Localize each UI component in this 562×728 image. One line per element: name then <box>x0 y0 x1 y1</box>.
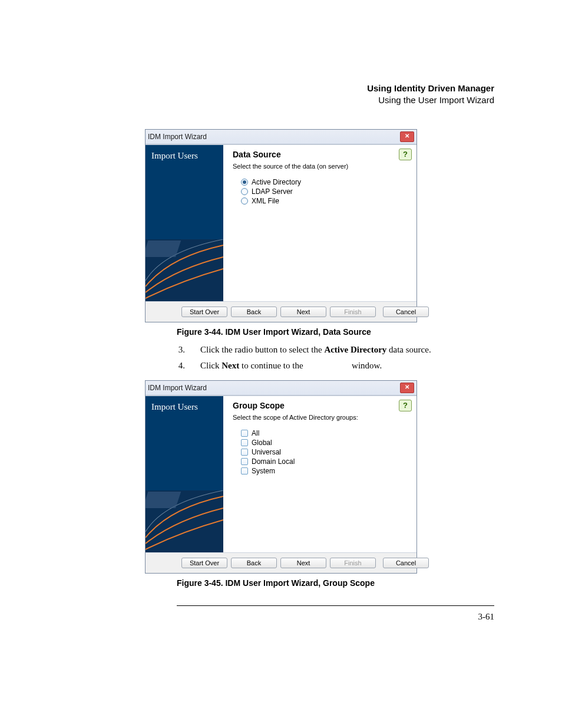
checkbox-label: System <box>252 467 275 475</box>
window-title: IDM Import Wizard <box>148 133 207 141</box>
step-4: 4. Click Next to continue to the window. <box>177 361 494 371</box>
wizard-button-bar: Start Over Back Next Finish Cancel <box>146 302 416 322</box>
wizard-sidebar: Import Users <box>146 396 223 552</box>
checkbox-label: Global <box>252 439 272 447</box>
content-title: Group Scope <box>233 401 411 410</box>
step-text: window. <box>349 361 382 370</box>
wizard-sidebar: Import Users <box>146 145 223 301</box>
close-icon[interactable]: ✕ <box>400 131 414 142</box>
svg-rect-1 <box>146 241 181 257</box>
step-number: 3. <box>177 345 185 355</box>
sidebar-decorative-image <box>146 490 223 552</box>
step-text-bold: Active Directory <box>324 345 386 354</box>
cancel-button[interactable]: Cancel <box>383 307 429 317</box>
instruction-steps: 3. Click the radio button to select the … <box>68 345 494 371</box>
radio-icon <box>241 188 248 195</box>
content-subtitle: Select the source of the data (on server… <box>233 163 411 170</box>
checkbox-icon <box>241 458 248 465</box>
wizard-data-source: IDM Import Wizard ✕ Import Users <box>145 129 417 322</box>
checkbox-label: All <box>252 429 259 437</box>
checkbox-domain-local[interactable]: Domain Local <box>241 457 411 466</box>
window-titlebar: IDM Import Wizard ✕ <box>146 130 416 144</box>
radio-ldap-server[interactable]: LDAP Server <box>241 187 411 196</box>
radio-label: LDAP Server <box>252 187 293 196</box>
content-title: Data Source <box>233 150 411 159</box>
page-header: Using Identity Driven Manager Using the … <box>68 83 494 106</box>
header-title: Using Identity Driven Manager <box>68 83 494 94</box>
svg-rect-3 <box>146 492 181 508</box>
radio-icon <box>241 179 248 186</box>
step-text: Click the radio button to select the <box>200 345 324 354</box>
wizard-group-scope: IDM Import Wizard ✕ Import Users <box>145 380 417 574</box>
back-button[interactable]: Back <box>231 558 277 568</box>
finish-button: Finish <box>330 558 376 568</box>
window-titlebar: IDM Import Wizard ✕ <box>146 381 416 396</box>
step-text: to continue to the <box>239 361 305 370</box>
step-text: data source. <box>386 345 431 354</box>
close-icon[interactable]: ✕ <box>400 383 414 393</box>
checkbox-system[interactable]: System <box>241 467 411 475</box>
footer-divider <box>177 605 494 606</box>
checkbox-icon <box>241 449 248 456</box>
checkbox-universal[interactable]: Universal <box>241 448 411 456</box>
checkbox-all[interactable]: All <box>241 429 411 437</box>
window-title: IDM Import Wizard <box>148 384 207 392</box>
radio-xml-file[interactable]: XML File <box>241 197 411 205</box>
step-text: Click <box>200 361 222 370</box>
checkbox-label: Universal <box>252 448 281 456</box>
content-subtitle: Select the scope of Active Directory gro… <box>233 414 411 421</box>
header-subtitle: Using the User Import Wizard <box>68 94 494 106</box>
figure-caption-2: Figure 3-45. IDM User Import Wizard, Gro… <box>68 578 494 588</box>
radio-active-directory[interactable]: Active Directory <box>241 178 411 186</box>
checkbox-global[interactable]: Global <box>241 439 411 447</box>
next-button[interactable]: Next <box>280 558 326 568</box>
step-3: 3. Click the radio button to select the … <box>177 345 494 355</box>
step-number: 4. <box>177 361 185 371</box>
radio-label: Active Directory <box>252 178 301 186</box>
checkbox-icon <box>241 430 248 437</box>
page-number: 3-61 <box>68 612 494 622</box>
sidebar-title: Import Users <box>146 145 223 161</box>
start-over-button[interactable]: Start Over <box>181 307 227 317</box>
start-over-button[interactable]: Start Over <box>181 558 227 568</box>
next-button[interactable]: Next <box>280 307 326 317</box>
sidebar-decorative-image <box>146 239 223 301</box>
wizard-button-bar: Start Over Back Next Finish Cancel <box>146 553 416 573</box>
cancel-button[interactable]: Cancel <box>383 558 429 568</box>
step-text-bold: Next <box>222 361 239 370</box>
help-icon[interactable]: ? <box>399 400 412 411</box>
help-icon[interactable]: ? <box>399 149 412 160</box>
sidebar-title: Import Users <box>146 396 223 412</box>
radio-label: XML File <box>252 197 279 205</box>
finish-button: Finish <box>330 307 376 317</box>
checkbox-icon <box>241 439 248 446</box>
checkbox-icon <box>241 467 248 475</box>
figure-caption-1: Figure 3-44. IDM User Import Wizard, Dat… <box>68 327 494 337</box>
back-button[interactable]: Back <box>231 307 277 317</box>
checkbox-label: Domain Local <box>252 457 295 466</box>
radio-icon <box>241 197 248 205</box>
